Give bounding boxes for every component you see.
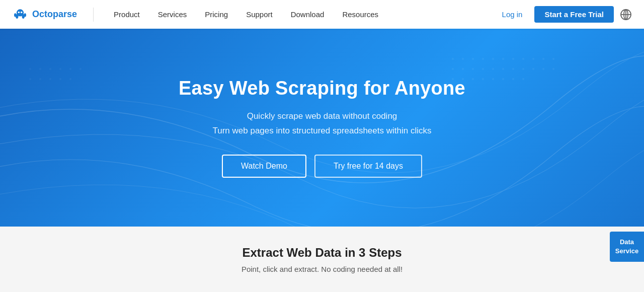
hero-subtitle-line1: Quickly scrape web data without coding — [179, 109, 465, 124]
svg-point-13 — [472, 58, 474, 60]
nav-support[interactable]: Support — [238, 6, 281, 23]
nav-product[interactable]: Product — [106, 6, 148, 23]
svg-point-49 — [49, 78, 51, 80]
svg-point-29 — [522, 68, 524, 70]
svg-point-41 — [29, 68, 31, 70]
svg-point-48 — [39, 78, 41, 80]
svg-point-31 — [542, 68, 544, 70]
login-button[interactable]: Log in — [496, 7, 529, 22]
hero-subtitle-line2: Turn web pages into structured spreadshe… — [179, 124, 465, 138]
svg-point-22 — [452, 68, 454, 70]
svg-point-36 — [482, 78, 484, 80]
nav-resources[interactable]: Resources — [334, 6, 386, 23]
svg-point-42 — [39, 68, 41, 70]
svg-point-46 — [79, 68, 82, 70]
svg-point-14 — [482, 58, 484, 60]
free-trial-button[interactable]: Start a Free Trial — [534, 6, 614, 23]
svg-point-51 — [69, 78, 71, 80]
svg-point-45 — [69, 68, 71, 70]
nav-pricing[interactable]: Pricing — [197, 6, 236, 23]
globe-icon[interactable] — [620, 9, 632, 21]
svg-point-27 — [502, 68, 504, 70]
svg-point-4 — [24, 13, 26, 17]
svg-point-18 — [522, 58, 524, 60]
data-service-label-line1: Data — [620, 238, 634, 246]
svg-point-30 — [532, 68, 534, 70]
svg-point-5 — [18, 11, 20, 13]
svg-point-6 — [21, 11, 23, 13]
svg-point-44 — [59, 68, 61, 70]
svg-point-11 — [452, 58, 454, 60]
hero-content: Easy Web Scraping for Anyone Quickly scr… — [169, 78, 475, 178]
try-free-button[interactable]: Try free for 14 days — [314, 155, 422, 178]
svg-point-25 — [482, 68, 484, 70]
svg-point-37 — [492, 78, 494, 80]
svg-point-43 — [49, 68, 51, 70]
svg-point-17 — [512, 58, 514, 60]
svg-point-21 — [552, 58, 554, 60]
nav-links: Product Services Pricing Support Downloa… — [106, 6, 496, 23]
hero-title: Easy Web Scraping for Anyone — [179, 78, 465, 99]
hero-subtitle: Quickly scrape web data without coding T… — [179, 109, 465, 138]
bottom-subtitle: Point, click and extract. No coding need… — [242, 265, 403, 273]
svg-point-23 — [462, 68, 464, 70]
navbar: Octoparse Product Services Pricing Suppo… — [0, 0, 644, 29]
svg-point-39 — [512, 78, 514, 80]
svg-point-3 — [14, 13, 16, 17]
svg-point-12 — [462, 58, 464, 60]
logo-icon — [12, 7, 28, 23]
svg-point-20 — [542, 58, 544, 60]
logo-link[interactable]: Octoparse — [12, 7, 77, 23]
data-service-badge[interactable]: Data Service — [610, 232, 644, 262]
bottom-title: Extract Web Data in 3 Steps — [243, 246, 402, 260]
svg-point-28 — [512, 68, 514, 70]
svg-point-38 — [502, 78, 504, 80]
hero-section: Easy Web Scraping for Anyone Quickly scr… — [0, 29, 644, 227]
svg-point-50 — [59, 78, 61, 80]
brand-name: Octoparse — [32, 9, 77, 20]
svg-point-26 — [492, 68, 494, 70]
svg-point-19 — [532, 58, 534, 60]
hero-buttons: Watch Demo Try free for 14 days — [179, 155, 465, 178]
data-service-label-line2: Service — [615, 247, 638, 255]
nav-services[interactable]: Services — [150, 6, 195, 23]
watch-demo-button[interactable]: Watch Demo — [222, 155, 306, 178]
svg-point-15 — [492, 58, 494, 60]
nav-download[interactable]: Download — [283, 6, 333, 23]
svg-point-16 — [502, 58, 504, 60]
svg-point-40 — [522, 78, 524, 80]
bottom-section: Extract Web Data in 3 Steps Point, click… — [0, 227, 644, 292]
svg-point-47 — [29, 78, 31, 80]
svg-point-32 — [552, 68, 554, 70]
navbar-right: Log in Start a Free Trial — [496, 6, 632, 23]
nav-divider — [93, 8, 94, 22]
svg-point-24 — [472, 68, 474, 70]
